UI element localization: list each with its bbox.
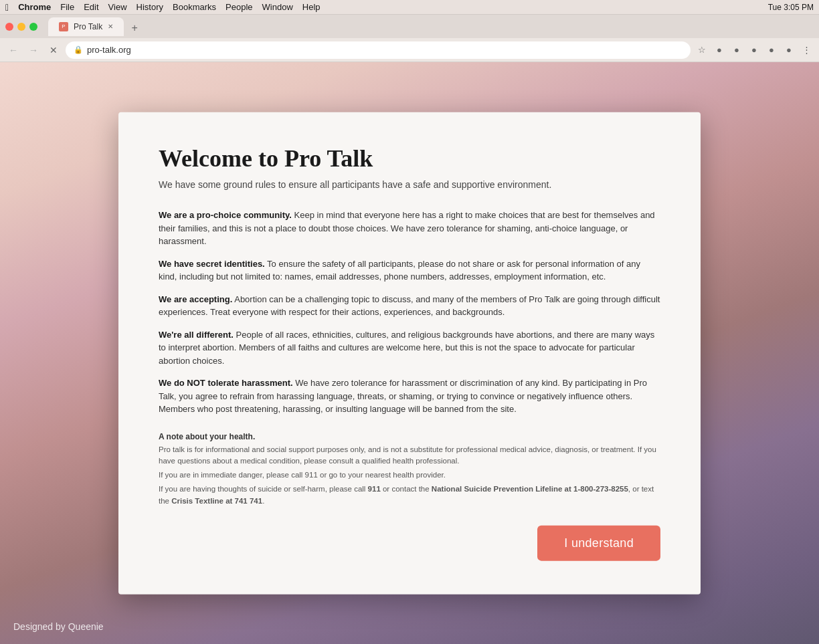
page-background: Welcome to Pro Talk We have some ground … bbox=[0, 62, 819, 644]
menu-window[interactable]: Window bbox=[262, 2, 293, 12]
extension-icon-1[interactable]: ● bbox=[712, 43, 727, 58]
rule-5: We do NOT tolerate harassment. We have z… bbox=[159, 377, 660, 416]
rule-1: We are a pro-choice community. Keep in m… bbox=[159, 209, 660, 248]
menu-file[interactable]: File bbox=[60, 2, 74, 12]
health-note: A note about your health. Pro talk is fo… bbox=[159, 425, 660, 506]
health-lifeline: National Suicide Prevention Lifeline at … bbox=[432, 485, 628, 493]
rule-3-body: Abortion can be a challenging topic to d… bbox=[159, 294, 660, 317]
chrome-titlebar: P Pro Talk ✕ + bbox=[0, 15, 819, 38]
rule-2: We have secret identities. To ensure the… bbox=[159, 257, 660, 283]
menu-history[interactable]: History bbox=[136, 2, 163, 12]
address-bar: ← → ✕ 🔒 pro-talk.org ☆ ● ● ● ● ● ⋮ bbox=[0, 38, 819, 62]
menu-edit[interactable]: Edit bbox=[84, 2, 98, 12]
maximize-window-button[interactable] bbox=[29, 23, 37, 31]
rule-4-title: We're all different. bbox=[159, 329, 234, 339]
tab-favicon: P bbox=[59, 22, 68, 31]
url-text: pro-talk.org bbox=[87, 45, 131, 55]
tab-title: Pro Talk bbox=[74, 22, 102, 31]
menu-view[interactable]: View bbox=[108, 2, 127, 12]
rule-3-title: We are accepting. bbox=[159, 294, 232, 304]
extension-icon-2[interactable]: ● bbox=[729, 43, 744, 58]
menu-chrome[interactable]: Chrome bbox=[18, 2, 51, 12]
menu-bar-right: Tue 3:05 PM bbox=[768, 3, 814, 12]
modal-subtitle: We have some ground rules to ensure all … bbox=[159, 179, 660, 190]
menu-help[interactable]: Help bbox=[302, 2, 321, 12]
tab-bar: P Pro Talk ✕ + bbox=[48, 17, 143, 36]
reload-button[interactable]: ✕ bbox=[46, 42, 62, 58]
url-field[interactable]: 🔒 pro-talk.org bbox=[66, 41, 691, 59]
rule-5-title: We do NOT tolerate harassment. bbox=[159, 378, 293, 388]
apple-icon:  bbox=[5, 2, 9, 13]
extension-icon-3[interactable]: ● bbox=[747, 43, 761, 58]
menu-bookmarks[interactable]: Bookmarks bbox=[173, 2, 216, 12]
health-911-1: 911 bbox=[368, 485, 381, 493]
rule-4: We're all different. People of all races… bbox=[159, 328, 660, 367]
rules-section: We are a pro-choice community. Keep in m… bbox=[159, 209, 660, 507]
modal-title: Welcome to Pro Talk bbox=[159, 144, 660, 173]
active-tab[interactable]: P Pro Talk ✕ bbox=[48, 17, 124, 36]
forward-button[interactable]: → bbox=[25, 42, 41, 58]
menu-dots-icon[interactable]: ⋮ bbox=[799, 43, 814, 58]
rule-4-body: People of all races, ethnicities, cultur… bbox=[159, 329, 654, 365]
health-note-body3: If you are having thoughts of suicide or… bbox=[159, 484, 660, 507]
menu-bar-left:  Chrome File Edit View History Bookmark… bbox=[5, 2, 321, 13]
rule-2-title: We have secret identities. bbox=[159, 258, 265, 268]
welcome-modal: Welcome to Pro Talk We have some ground … bbox=[118, 112, 701, 595]
tab-close-button[interactable]: ✕ bbox=[108, 23, 113, 30]
bookmark-icon[interactable]: ☆ bbox=[695, 43, 709, 58]
menu-bar:  Chrome File Edit View History Bookmark… bbox=[0, 0, 819, 15]
health-note-body1: Pro talk is for informational and social… bbox=[159, 443, 660, 467]
lock-icon: 🔒 bbox=[74, 45, 83, 54]
minimize-window-button[interactable] bbox=[17, 23, 25, 31]
clock: Tue 3:05 PM bbox=[768, 3, 814, 12]
health-note-body3-mid: or contact the bbox=[381, 485, 432, 493]
extension-icon-5[interactable]: ● bbox=[782, 43, 796, 58]
toolbar-right: ☆ ● ● ● ● ● ⋮ bbox=[695, 43, 814, 58]
rule-3: We are accepting. Abortion can be a chal… bbox=[159, 292, 660, 318]
health-crisis: Crisis Textline at 741 741 bbox=[171, 496, 262, 504]
rule-1-title: We are a pro-choice community. bbox=[159, 210, 292, 220]
close-window-button[interactable] bbox=[5, 23, 13, 31]
health-note-body2: If you are in immediate danger, please c… bbox=[159, 469, 660, 481]
menu-people[interactable]: People bbox=[225, 2, 252, 12]
health-note-body3-prefix: If you are having thoughts of suicide or… bbox=[159, 485, 368, 493]
health-note-title: A note about your health. bbox=[159, 431, 660, 441]
new-tab-button[interactable]: + bbox=[126, 20, 143, 36]
health-note-body3-end: . bbox=[262, 496, 264, 504]
window-controls bbox=[5, 23, 37, 31]
back-button[interactable]: ← bbox=[5, 42, 21, 58]
extension-icon-4[interactable]: ● bbox=[764, 43, 779, 58]
designed-by-label: Designed by Queenie bbox=[13, 621, 104, 632]
understand-button[interactable]: I understand bbox=[537, 525, 660, 560]
